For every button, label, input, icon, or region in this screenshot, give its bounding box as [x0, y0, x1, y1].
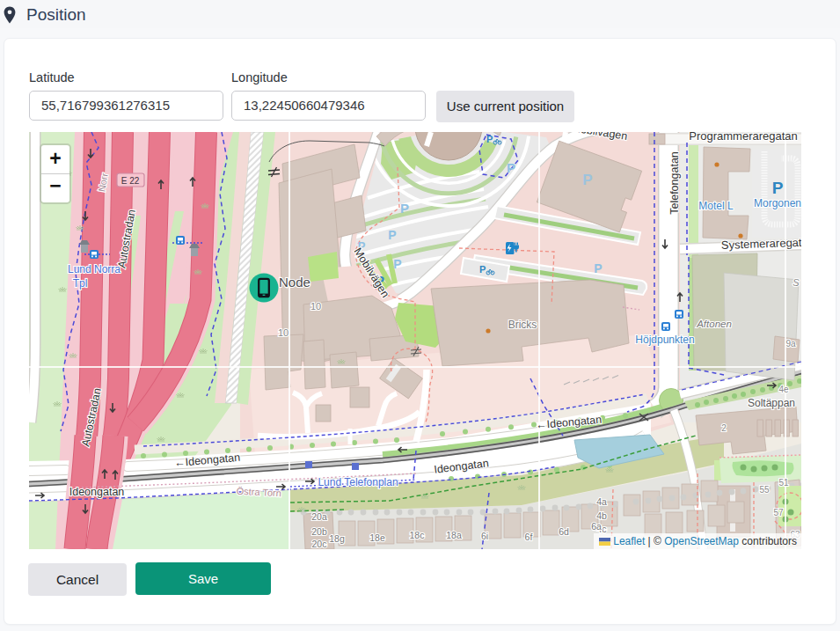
svg-text:6a: 6a: [591, 521, 602, 532]
svg-text:Telefongatan: Telefongatan: [668, 151, 681, 215]
svg-text:Morgonen: Morgonen: [754, 197, 801, 209]
svg-text:P: P: [388, 228, 396, 242]
svg-text:P: P: [507, 160, 515, 175]
svg-text:18g: 18g: [329, 533, 345, 544]
svg-text:10: 10: [310, 301, 321, 312]
svg-text:4e: 4e: [778, 385, 789, 394]
svg-text:P: P: [486, 134, 493, 144]
svg-text:Höjdpunkten: Höjdpunkten: [635, 334, 694, 346]
svg-text:Systemeraregatan: Systemeraregatan: [721, 235, 801, 252]
svg-text:Node: Node: [279, 275, 310, 290]
svg-text:P: P: [393, 257, 401, 271]
svg-text:20a: 20a: [311, 511, 327, 522]
svg-text:P: P: [582, 172, 592, 188]
svg-text:Bricks: Bricks: [508, 319, 537, 331]
svg-text:4b: 4b: [596, 510, 607, 521]
svg-text:Aftonen: Aftonen: [696, 319, 732, 329]
svg-text:Lund Telefonplan: Lund Telefonplan: [318, 476, 398, 488]
svg-text:9a: 9a: [785, 339, 796, 349]
svg-text:18c: 18c: [410, 530, 425, 540]
svg-text:6f: 6f: [525, 532, 533, 542]
svg-text:55: 55: [759, 485, 770, 495]
svg-text:Ideongatan: Ideongatan: [69, 486, 125, 498]
svg-text:18e: 18e: [369, 532, 385, 543]
svg-text:Motel L: Motel L: [698, 200, 734, 212]
svg-text:Programmeraregatan: Programmeraregatan: [689, 132, 798, 143]
svg-text:18a: 18a: [446, 530, 462, 540]
svg-text:10: 10: [278, 327, 289, 338]
svg-text:6i: 6i: [481, 531, 488, 541]
svg-text:P: P: [479, 264, 486, 275]
svg-text:20b: 20b: [311, 526, 327, 537]
svg-text:Soltäppan: Soltäppan: [748, 397, 795, 409]
svg-text:4a: 4a: [596, 496, 607, 507]
svg-text:Lund Norra: Lund Norra: [68, 263, 121, 275]
svg-text:S: S: [793, 277, 800, 288]
svg-text:Tpl: Tpl: [73, 277, 88, 290]
svg-text:2: 2: [721, 423, 727, 433]
svg-text:51: 51: [778, 478, 789, 488]
svg-text:P: P: [772, 179, 784, 197]
svg-text:6d: 6d: [559, 526, 569, 537]
svg-text:57: 57: [773, 508, 784, 517]
svg-text:P: P: [594, 261, 602, 275]
svg-text:P: P: [400, 201, 409, 216]
svg-text:E 22: E 22: [121, 176, 140, 186]
svg-text:20c: 20c: [312, 539, 327, 549]
